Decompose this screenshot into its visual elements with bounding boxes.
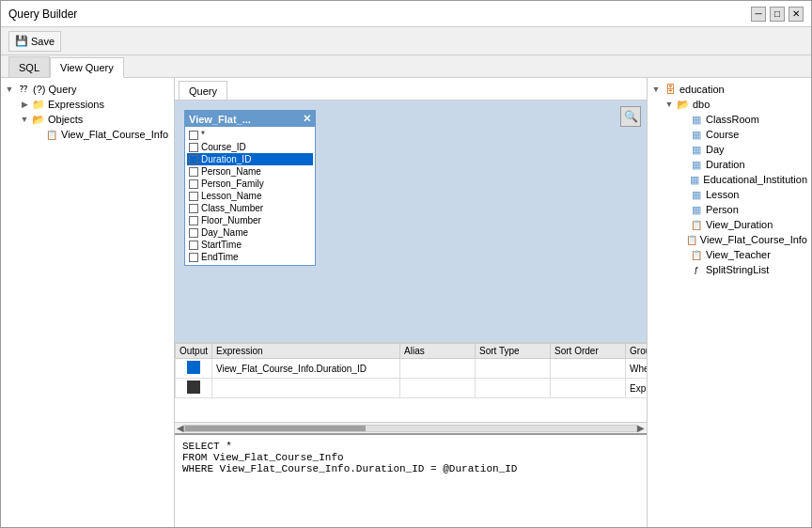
output-cell-sortorder-1[interactable]: [551, 359, 626, 379]
tree-right-view-flat-course-info[interactable]: 📋 View_Flat_Course_Info: [651, 232, 807, 247]
field-row-person-name[interactable]: Person_Name: [187, 165, 313, 178]
tree-right-person[interactable]: ▦ Person: [651, 202, 807, 217]
table-card-body: * Course_ID Duration_ID Person_Name: [185, 127, 315, 265]
output-indicator-blue: [187, 361, 200, 374]
tree-right-course[interactable]: ▦ Course: [651, 127, 807, 142]
tab-view-query[interactable]: View Query: [50, 57, 124, 78]
grid-scrollbar[interactable]: ◀ ▶: [175, 422, 647, 433]
field-row-endtime[interactable]: EndTime: [187, 251, 313, 263]
sql-line-2: FROM View_Flat_Course_Info: [182, 452, 639, 463]
table-icon-person: ▦: [690, 203, 703, 216]
close-card-button[interactable]: ✕: [303, 113, 311, 125]
output-grid[interactable]: Output Expression Alias Sort Type Sort O…: [175, 342, 647, 422]
title-bar-left: Query Builder: [8, 8, 77, 21]
tree-right-view-duration[interactable]: 📋 View_Duration: [651, 217, 807, 232]
checkbox-duration-id[interactable]: [189, 155, 198, 164]
field-row-starttime[interactable]: StartTime: [187, 239, 313, 251]
search-icon: 🔍: [624, 110, 638, 123]
query-builder-window: Query Builder ─ □ ✕ 💾 Save SQL View Quer…: [0, 0, 812, 528]
tree-right-splitstringlist[interactable]: ƒ SplitStringList: [651, 262, 807, 277]
save-button[interactable]: 💾 Save: [8, 31, 61, 52]
output-cell-alias-1[interactable]: [400, 359, 476, 379]
checkbox-starttime[interactable]: [189, 241, 198, 250]
main-tabs: SQL View Query: [1, 55, 811, 78]
table-icon-lesson: ▦: [690, 188, 703, 201]
view-icon: 📋: [45, 128, 58, 141]
query-tab-bar: Query: [175, 78, 647, 101]
maximize-button[interactable]: □: [770, 7, 785, 22]
checkbox-lesson-name[interactable]: [189, 192, 198, 201]
scrollbar-thumb[interactable]: [185, 426, 366, 431]
output-cell-sortorder-2[interactable]: [551, 379, 626, 398]
tree-right-day[interactable]: ▦ Day: [651, 142, 807, 157]
field-row-duration-id[interactable]: Duration_ID: [187, 153, 313, 165]
tree-right-view-teacher[interactable]: 📋 View_Teacher: [651, 247, 807, 262]
field-row-floor-number[interactable]: Floor_Number: [187, 214, 313, 226]
checkbox-endtime[interactable]: [189, 253, 198, 262]
view-icon-teacher: 📋: [690, 248, 703, 261]
view-icon-flat: 📋: [686, 233, 697, 246]
field-row-course-id[interactable]: Course_ID: [187, 141, 313, 153]
query-icon: ⁇: [17, 83, 30, 96]
title-bar: Query Builder ─ □ ✕: [1, 1, 811, 27]
func-icon: ƒ: [690, 263, 703, 276]
table-card-header[interactable]: View_Flat_... ✕: [185, 111, 315, 127]
tree-right-root[interactable]: ▼ 🗄 education: [651, 82, 807, 97]
query-canvas[interactable]: 🔍 View_Flat_... ✕ *: [175, 101, 647, 342]
checkbox-star[interactable]: [189, 131, 198, 140]
checkbox-floor-number[interactable]: [189, 216, 198, 225]
output-cell-expr-1[interactable]: View_Flat_Course_Info.Duration_ID: [212, 359, 400, 379]
checkbox-day-name[interactable]: [189, 228, 198, 238]
field-row-day-name[interactable]: Day_Name: [187, 226, 313, 239]
minimize-button[interactable]: ─: [751, 7, 766, 22]
col-header-sort-order: Sort Order: [551, 344, 626, 359]
folder-icon-dbo: 📂: [677, 98, 690, 111]
expand-icon-view: [33, 130, 42, 139]
col-header-output: Output: [176, 344, 212, 359]
folder-icon-objects: 📂: [32, 113, 45, 126]
database-icon: 🗄: [664, 83, 677, 96]
output-cell-alias-2[interactable]: [400, 379, 476, 398]
output-cell-group-1: Where: [626, 359, 647, 379]
expand-icon-expr: ▶: [20, 100, 29, 109]
close-button[interactable]: ✕: [789, 7, 804, 22]
window-title: Query Builder: [8, 8, 77, 21]
tree-right-classroom[interactable]: ▦ ClassRoom: [651, 112, 807, 127]
field-row-star[interactable]: *: [187, 129, 313, 141]
checkbox-person-family[interactable]: [189, 179, 198, 189]
main-content: ▼ ⁇ (?) Query ▶ 📁 Expressions ▼ 📂 Object…: [1, 78, 811, 527]
tree-objects[interactable]: ▼ 📂 Objects: [5, 112, 170, 127]
scrollbar-track[interactable]: [184, 425, 637, 432]
tree-expressions[interactable]: ▶ 📁 Expressions: [5, 97, 170, 112]
col-header-expression: Expression: [212, 344, 400, 359]
output-row-1[interactable]: View_Flat_Course_Info.Duration_ID Where: [176, 359, 648, 379]
table-icon-course: ▦: [690, 128, 703, 141]
tree-right-duration[interactable]: ▦ Duration: [651, 157, 807, 172]
field-row-person-family[interactable]: Person_Family: [187, 178, 313, 190]
checkbox-person-name[interactable]: [189, 167, 198, 177]
tree-right-educational-institution[interactable]: ▦ Educational_Institution: [651, 172, 807, 187]
field-row-lesson-name[interactable]: Lesson_Name: [187, 190, 313, 202]
checkbox-class-number[interactable]: [189, 204, 198, 213]
field-row-class-number[interactable]: Class_Number: [187, 202, 313, 214]
output-cell-expr-2[interactable]: [212, 379, 400, 398]
sql-panel: SELECT * FROM View_Flat_Course_Info WHER…: [175, 433, 647, 527]
sql-line-1: SELECT *: [182, 441, 639, 452]
tree-root-query[interactable]: ▼ ⁇ (?) Query: [5, 82, 170, 97]
tree-right-lesson[interactable]: ▦ Lesson: [651, 187, 807, 202]
search-button[interactable]: 🔍: [620, 106, 641, 127]
output-row-2[interactable]: Express: [176, 379, 648, 398]
scroll-left-btn[interactable]: ◀: [177, 423, 184, 433]
folder-icon-expressions: 📁: [32, 98, 45, 111]
tree-view-flat-course-info[interactable]: 📋 View_Flat_Course_Info: [5, 127, 170, 142]
tree-right-dbo[interactable]: ▼ 📂 dbo: [651, 97, 807, 112]
title-bar-controls: ─ □ ✕: [751, 7, 804, 22]
scroll-right-btn[interactable]: ▶: [637, 423, 645, 433]
output-cell-sorttype-1[interactable]: [476, 359, 551, 379]
checkbox-course-id[interactable]: [189, 143, 198, 152]
tab-sql[interactable]: SQL: [8, 56, 50, 77]
col-header-group: Group: [626, 344, 647, 359]
tab-query[interactable]: Query: [179, 81, 227, 100]
output-cell-type-2: [176, 379, 212, 398]
output-cell-sorttype-2[interactable]: [476, 379, 551, 398]
